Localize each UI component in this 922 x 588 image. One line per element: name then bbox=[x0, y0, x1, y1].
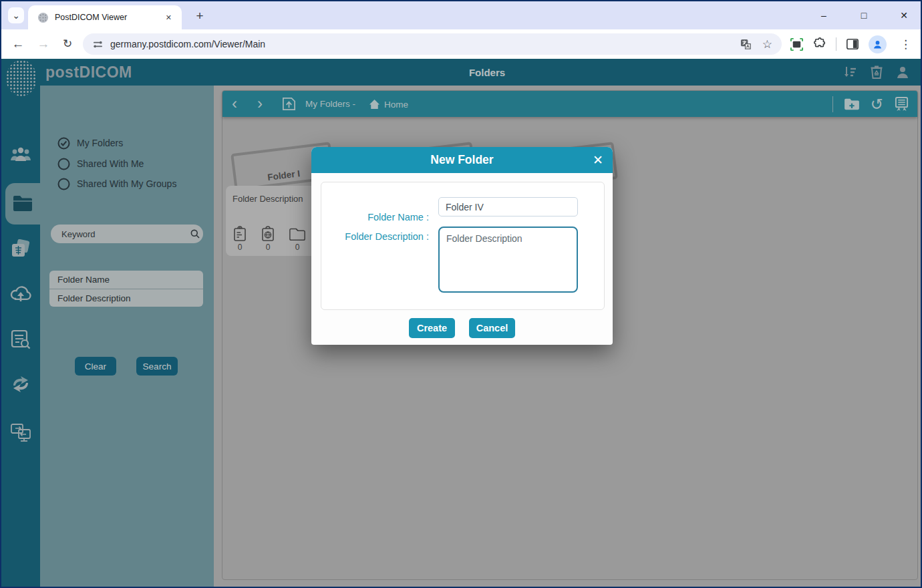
reload-icon[interactable]: ↻ bbox=[57, 29, 78, 59]
tab-close-icon[interactable]: ✕ bbox=[162, 11, 175, 24]
window-controls: – □ ✕ bbox=[814, 1, 914, 29]
window-close-button[interactable]: ✕ bbox=[894, 10, 914, 21]
maximize-button[interactable]: □ bbox=[854, 10, 874, 21]
browser-window: ⌄ PostDICOM Viewer ✕ + – □ ✕ ← → ↻ germa… bbox=[0, 0, 922, 588]
folder-description-label: Folder Description : bbox=[311, 231, 429, 242]
dialog-header: New Folder ✕ bbox=[311, 147, 613, 173]
tab-title: PostDICOM Viewer bbox=[55, 13, 162, 22]
dialog-close-icon[interactable]: ✕ bbox=[593, 152, 603, 168]
bookmark-star-icon[interactable]: ☆ bbox=[762, 37, 772, 51]
screenshot-icon[interactable] bbox=[790, 37, 804, 51]
address-bar[interactable]: germany.postdicom.com/Viewer/Main ☆ bbox=[83, 33, 782, 55]
back-icon[interactable]: ← bbox=[8, 29, 28, 59]
browser-toolbar: ← → ↻ germany.postdicom.com/Viewer/Main … bbox=[1, 29, 921, 59]
forward-icon[interactable]: → bbox=[33, 29, 53, 59]
chevron-down-icon: ⌄ bbox=[12, 10, 20, 21]
folder-name-input[interactable] bbox=[438, 197, 578, 216]
app-page: postDICOM Folders My Folders bbox=[1, 59, 921, 587]
tab-strip: ⌄ PostDICOM Viewer ✕ + – □ ✕ bbox=[1, 1, 921, 29]
browser-tab[interactable]: PostDICOM Viewer ✕ bbox=[28, 5, 182, 29]
translate-icon[interactable] bbox=[740, 39, 752, 50]
folder-name-label: Folder Name : bbox=[311, 212, 429, 223]
folder-description-input[interactable] bbox=[438, 227, 578, 293]
new-tab-button[interactable]: + bbox=[191, 7, 208, 25]
extensions-icon[interactable] bbox=[813, 37, 826, 51]
minimize-button[interactable]: – bbox=[814, 10, 834, 21]
create-button[interactable]: Create bbox=[409, 318, 455, 338]
toolbar-right-icons: ⋮ bbox=[790, 29, 915, 59]
dialog-title: New Folder bbox=[311, 147, 613, 173]
profile-avatar[interactable] bbox=[869, 35, 887, 53]
new-folder-dialog: New Folder ✕ Folder Name : Folder Descri… bbox=[311, 147, 613, 345]
toolbar-divider bbox=[836, 37, 836, 51]
tab-search-button[interactable]: ⌄ bbox=[8, 7, 24, 23]
favicon-icon bbox=[37, 12, 49, 23]
menu-kebab-icon[interactable]: ⋮ bbox=[896, 37, 915, 51]
site-info-icon[interactable] bbox=[92, 39, 104, 50]
url-text: germany.postdicom.com/Viewer/Main bbox=[110, 39, 730, 49]
side-panel-icon[interactable] bbox=[846, 37, 859, 51]
cancel-button[interactable]: Cancel bbox=[469, 318, 515, 338]
